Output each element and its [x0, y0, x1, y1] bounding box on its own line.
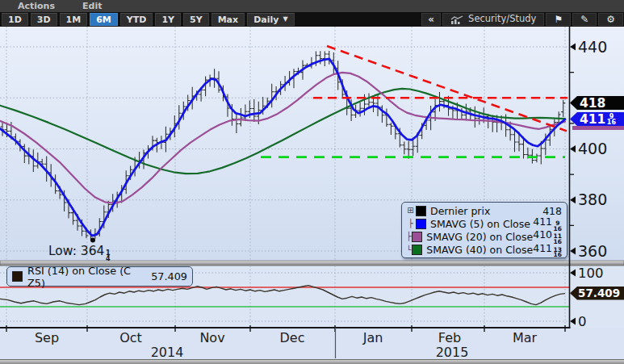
bottom-scrollbar[interactable]	[0, 359, 624, 364]
settings-button[interactable]: ⚙	[598, 13, 623, 26]
price-tick-label: 440	[578, 38, 607, 56]
gear-icon: ⚙	[606, 15, 615, 24]
mini-chart-icon	[450, 15, 463, 24]
menu-edit[interactable]: Edit	[82, 1, 102, 11]
flag-icon: ⚑	[554, 15, 563, 24]
last-price-value: 418	[580, 96, 605, 111]
legend-tree-glyph: └	[405, 246, 412, 254]
legend-label: SMAVG (20) on Close	[426, 231, 533, 243]
collapse-button[interactable]: «	[421, 13, 441, 26]
range-button-group: 1D3D1M6MYTD1Y5YMaxDaily▼	[0, 12, 295, 27]
legend-label: Dernier prix	[430, 205, 542, 217]
rsi-legend-value: 57.409	[151, 270, 187, 282]
low-annotation: Low: 36414	[48, 244, 111, 261]
annotate-icon: ✎	[580, 15, 588, 24]
year-label: 2015	[436, 345, 469, 360]
legend-tree-glyph: ├	[405, 220, 416, 228]
security-study-label: Security/Study	[468, 15, 536, 24]
month-label: Jan	[362, 330, 383, 345]
chart-legend: ⊞Dernier prix418├SMAVG (5) on Close41191…	[401, 202, 567, 258]
month-label: Mar	[513, 330, 538, 345]
last-price-badge: 418	[570, 96, 624, 110]
price-tick-label: 400	[578, 140, 607, 157]
security-study-button[interactable]: Security/Study	[442, 13, 544, 26]
chevron-down-icon: ▼	[283, 16, 287, 23]
range-button-ytd[interactable]: YTD	[120, 13, 153, 26]
month-label: Nov	[199, 330, 224, 345]
range-button-3d[interactable]: 3D	[31, 13, 57, 26]
flag-button[interactable]: ⚑	[546, 13, 571, 26]
toolbar-right-group: « Security/Study ⚑ ✎ ⚙	[421, 12, 624, 27]
legend-tree-glyph: ├	[405, 232, 412, 241]
range-button-max[interactable]: Max	[211, 13, 245, 26]
period-select-button[interactable]: Daily▼	[247, 13, 294, 26]
smavg20-price-badge	[572, 126, 624, 130]
rsi-swatch	[12, 271, 23, 282]
range-button-1m[interactable]: 1M	[60, 13, 88, 26]
chart-plot-area[interactable]: 4404003803601000SepOctNovDecJanFebMar201…	[0, 27, 624, 364]
legend-tree-glyph[interactable]: ⊞	[405, 207, 416, 215]
legend-swatch	[412, 232, 422, 242]
legend-swatch	[412, 245, 422, 255]
rsi-tick-label: 0	[578, 314, 587, 329]
legend-label: SMAVG (40) on Close	[426, 244, 533, 256]
legend-row-3[interactable]: └SMAVG (40) on Close4111316	[405, 244, 562, 257]
smavg5-value-fraction: 916	[607, 113, 616, 124]
rsi-tick-label: 100	[578, 266, 604, 281]
rsi-badge-value: 57.409	[578, 287, 620, 299]
year-label: 2014	[151, 345, 184, 360]
rsi-value-badge: 57.409	[570, 287, 624, 300]
menu-actions[interactable]: Actions	[18, 1, 55, 11]
toolbar: 1D3D1M6MYTD1Y5YMaxDaily▼ « Security/Stud…	[0, 12, 624, 27]
month-label: Sep	[35, 330, 59, 345]
low-marker-dot	[90, 238, 95, 243]
month-label: Oct	[119, 330, 142, 345]
chart-window: Actions Edit 1D3D1M6MYTD1Y5YMaxDaily▼ « …	[0, 0, 624, 364]
legend-rows: ⊞Dernier prix418├SMAVG (5) on Close41191…	[405, 204, 562, 257]
price-tick-label: 360	[578, 242, 607, 260]
range-button-5y[interactable]: 5Y	[183, 13, 209, 26]
price-tick-label: 380	[578, 190, 607, 208]
smavg5-price-badge: 411 916	[570, 112, 624, 126]
smavg5-value-int: 411	[580, 112, 605, 127]
range-button-6m[interactable]: 6M	[90, 13, 118, 26]
range-button-1y[interactable]: 1Y	[155, 13, 181, 26]
legend-label: SMAVG (5) on Close	[430, 218, 533, 230]
rsi-legend[interactable]: RSI (14) on Close (C Z5) 57.409	[6, 266, 193, 287]
legend-swatch	[416, 219, 426, 229]
menu-bar: Actions Edit	[0, 0, 624, 12]
annotate-button[interactable]: ✎	[572, 13, 597, 26]
month-label: Dec	[280, 330, 305, 345]
legend-swatch	[416, 206, 426, 216]
range-button-1d[interactable]: 1D	[2, 13, 28, 26]
month-label: Feb	[438, 330, 461, 345]
rsi-legend-label: RSI (14) on Close (C Z5)	[27, 265, 147, 289]
